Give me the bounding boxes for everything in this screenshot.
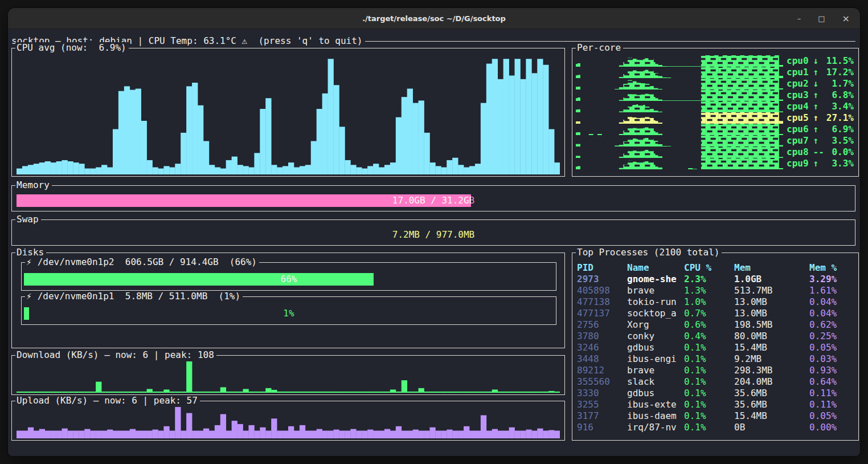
- cell-pid: 3448: [577, 353, 627, 365]
- cell-cpu: 0.1%: [684, 353, 734, 365]
- core-row-cpu8: cpu8-- 0.0%: [576, 146, 855, 158]
- close-button[interactable]: ×: [842, 15, 850, 22]
- disk-gauge-percent-label: 1%: [24, 307, 554, 320]
- column-header-mem: Mem: [734, 262, 809, 274]
- core-label: cpu3↑ 6.8%: [783, 89, 855, 101]
- cell-memp: 0.11%: [809, 399, 856, 410]
- memory-panel-title: Memory: [15, 180, 52, 191]
- terminal-content: socktop — host: debian | CPU Temp: 63.1°…: [8, 29, 860, 456]
- cell-cpu: 0.1%: [684, 342, 734, 353]
- minimize-button[interactable]: –: [797, 15, 801, 22]
- cell-name: Xorg: [627, 319, 684, 331]
- cell-mem: 298.3MB: [734, 365, 809, 376]
- core-sparkline: [576, 55, 783, 67]
- cell-name: conky: [627, 331, 684, 342]
- cell-mem: 9.2MB: [734, 353, 809, 365]
- process-row: 2973gnome-she2.3%1.0GB3.29%: [577, 274, 856, 285]
- download-chart: [17, 361, 560, 393]
- cell-pid: 3177: [577, 410, 627, 422]
- header-rule: [365, 41, 856, 42]
- core-trend-arrow-icon: ↓: [813, 55, 819, 67]
- core-row-cpu5: cpu5↑27.1%: [576, 112, 855, 124]
- cell-mem: 13.0MB: [734, 308, 809, 319]
- process-row: 2756Xorg0.6%198.5MB0.62%: [577, 319, 856, 331]
- upload-panel: Upload (KB/s) — now: 6 | peak: 57: [11, 401, 565, 441]
- maximize-button[interactable]: □: [818, 15, 825, 22]
- cell-name: gdbus: [627, 388, 684, 399]
- core-label: cpu2↓ 1.7%: [783, 78, 855, 89]
- core-percent: 11.5%: [818, 55, 855, 67]
- cell-pid: 2973: [577, 274, 627, 285]
- cell-mem: 1.0GB: [734, 274, 809, 285]
- terminal-window: ./target/release/soc ~/D/G/socktop – □ ×…: [8, 8, 860, 456]
- core-trend-arrow-icon: ↑: [813, 124, 819, 135]
- cell-name: ibus-exte: [627, 399, 684, 410]
- cell-mem: 15.4MB: [734, 342, 809, 353]
- core-name: cpu8: [787, 146, 809, 158]
- core-trend-arrow-icon: ↑: [813, 67, 819, 78]
- cell-mem: 80.0MB: [734, 331, 809, 342]
- cell-cpu: 0.4%: [684, 331, 734, 342]
- process-table-body: 2973gnome-she2.3%1.0GB3.29%405898brave1.…: [577, 274, 856, 433]
- core-row-cpu0: cpu0↓11.5%: [576, 55, 855, 67]
- swap-gauge-label: 7.2MB / 977.0MB: [17, 229, 850, 241]
- core-sparkline: [576, 112, 783, 124]
- cell-pid: 3246: [577, 342, 627, 353]
- core-trend-arrow-icon: ↑: [813, 135, 819, 146]
- core-sparkline: [576, 89, 783, 101]
- process-row: 89212brave0.1%298.3MB0.93%: [577, 365, 856, 376]
- cell-pid: 355560: [577, 376, 627, 388]
- cell-pid: 477137: [577, 308, 627, 319]
- disk-gauge-title: ⚡/dev/nvme0n1p1 5.8MB / 511.0MB (1%): [25, 291, 243, 302]
- cell-cpu: 0.1%: [684, 388, 734, 399]
- memory-gauge: 17.0GB / 31.2GB 17.0GB / 31.2GB: [17, 194, 850, 207]
- process-row: 477137socktop_a0.7%13.0MB0.04%: [577, 308, 856, 319]
- cell-memp: 0.05%: [809, 342, 856, 353]
- disk-gauge: ⚡/dev/nvme0n1p2 606.5GB / 914.4GB (66%)6…: [21, 262, 556, 291]
- cell-memp: 0.64%: [809, 376, 856, 388]
- core-percent: 1.7%: [818, 78, 855, 89]
- top-processes-panel: Top Processes (2100 total) PIDNameCPU %M…: [572, 253, 859, 441]
- upload-panel-title: Upload (KB/s) — now: 6 | peak: 57: [15, 395, 200, 406]
- cell-memp: 3.29%: [809, 274, 856, 285]
- cell-name: slack: [627, 376, 684, 388]
- disk-gauge-title: ⚡/dev/nvme0n1p2 606.5GB / 914.4GB (66%): [25, 257, 259, 268]
- core-label: cpu4↑ 3.4%: [783, 101, 855, 112]
- cell-name: brave: [627, 365, 684, 376]
- core-row-cpu7: cpu7↑ 3.5%: [576, 135, 855, 146]
- process-row: 916irq/87-nv0.1%0B0.00%: [577, 422, 856, 433]
- cell-mem: 198.5MB: [734, 319, 809, 331]
- process-row: 355560slack0.1%204.0MB0.64%: [577, 376, 856, 388]
- per-core-panel-title: Per-core: [576, 42, 623, 54]
- app-header: socktop — host: debian | CPU Temp: 63.1°…: [11, 35, 855, 46]
- cell-memp: 0.00%: [809, 422, 856, 433]
- core-sparkline: [576, 124, 783, 135]
- column-header-pid: PID: [577, 262, 627, 274]
- core-label: cpu0↓11.5%: [783, 55, 855, 67]
- core-percent: 3.4%: [818, 101, 855, 112]
- core-percent: 3.5%: [818, 135, 855, 146]
- cell-pid: 477138: [577, 296, 627, 308]
- column-header-name: Name: [627, 262, 684, 274]
- process-row: 405898brave1.3%513.7MB1.61%: [577, 285, 856, 296]
- core-row-cpu1: cpu1↑17.2%: [576, 67, 855, 78]
- cell-name: ibus-daem: [627, 410, 684, 422]
- lightning-icon: ⚡: [26, 257, 32, 268]
- column-header-mem-: Mem %: [809, 262, 856, 274]
- cell-name: gdbus: [627, 342, 684, 353]
- cell-mem: 15.4MB: [734, 410, 809, 422]
- disk-gauge-bar: 66%: [24, 273, 554, 286]
- window-titlebar[interactable]: ./target/release/soc ~/D/G/socktop – □ ×: [8, 8, 860, 29]
- process-row: 3246gdbus0.1%15.4MB0.05%: [577, 342, 856, 353]
- cell-memp: 0.03%: [809, 353, 856, 365]
- core-trend-arrow-icon: ↑: [813, 112, 819, 124]
- cell-memp: 1.61%: [809, 285, 856, 296]
- core-label: cpu6↑ 6.9%: [783, 124, 855, 135]
- core-name: cpu5: [787, 112, 809, 124]
- cell-mem: 13.0MB: [734, 296, 809, 308]
- core-label: cpu5↑27.1%: [783, 112, 855, 124]
- core-name: cpu6: [787, 124, 809, 135]
- core-percent: 17.2%: [818, 67, 855, 78]
- core-row-cpu2: cpu2↓ 1.7%: [576, 78, 855, 89]
- disk-gauge-bar: 1%: [24, 307, 554, 320]
